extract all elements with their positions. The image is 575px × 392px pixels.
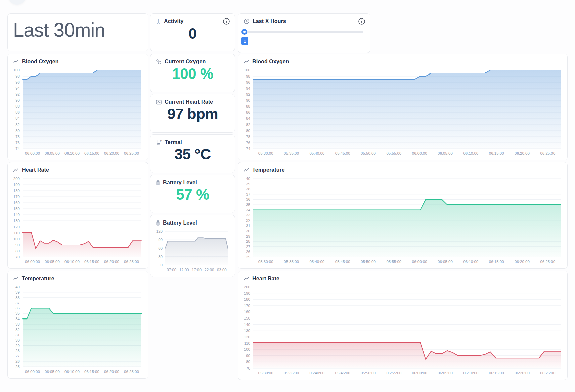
blood-oxygen-chart-30min: 1009896949290888684828078767406:00:0006:… xyxy=(11,67,145,157)
chart-area xyxy=(165,238,228,265)
y-tick-label: 92 xyxy=(246,92,250,96)
x-tick-label: 05:50:00 xyxy=(361,260,376,264)
y-tick-label: 37 xyxy=(15,301,20,305)
y-tick-label: 33 xyxy=(246,213,250,217)
x-tick-label: 06:00:00 xyxy=(25,260,40,264)
x-tick-label: 06:10:00 xyxy=(64,260,80,264)
y-tick-label: 140 xyxy=(244,323,250,327)
y-tick-label: 28 xyxy=(246,239,250,243)
heart-rate-chart-1h: 2001901801701601501401301201101009080700… xyxy=(241,284,564,377)
x-tick-label: 06:20:00 xyxy=(104,370,119,374)
y-tick-label: 140 xyxy=(13,213,20,217)
y-tick-label: 37 xyxy=(246,192,250,196)
x-tick-label: 06:05:00 xyxy=(45,260,60,264)
slider-handle[interactable] xyxy=(241,29,247,35)
floating-button-partial[interactable] xyxy=(8,0,26,5)
y-tick-label: 98 xyxy=(15,74,20,78)
time-range-title-card: Last 30min xyxy=(7,13,148,51)
y-tick-label: 100 xyxy=(244,68,250,72)
y-tick-label: 94 xyxy=(15,86,20,90)
temperature-chart-1h: 4039383736353433323130292827262505:30:00… xyxy=(241,176,564,266)
y-tick-label: 40 xyxy=(15,285,20,289)
y-tick-label: 120 xyxy=(13,225,20,229)
x-tick-label: 06:20:00 xyxy=(104,260,119,264)
y-tick-label: 170 xyxy=(13,195,20,199)
y-tick-label: 94 xyxy=(246,86,250,90)
x-tick-label: 06:15:00 xyxy=(489,371,504,375)
y-tick-label: 120 xyxy=(244,335,250,339)
x-tick-label: 06:00:00 xyxy=(412,151,427,155)
y-tick-label: 76 xyxy=(15,141,20,145)
temperature-chart-30min: 4039383736353433323130292827262506:00:00… xyxy=(11,284,145,376)
y-tick-label: 150 xyxy=(13,207,20,211)
stat-header: Battery Level xyxy=(150,175,235,187)
chart-area xyxy=(253,70,561,149)
trend-icon xyxy=(244,167,249,173)
x-tick-label: 22:00 xyxy=(205,268,214,272)
battery-icon xyxy=(156,220,160,226)
y-tick-label: 32 xyxy=(15,328,20,332)
x-tick-label: 06:15:00 xyxy=(489,260,504,264)
temperature-30min-card: Temperature 4039383736353433323130292827… xyxy=(7,271,148,379)
x-tick-label: 06:10:00 xyxy=(64,151,80,155)
temperature-1h-card: Temperature 4039383736353433323130292827… xyxy=(238,162,568,269)
chart-title: Battery Level xyxy=(163,220,197,226)
y-tick-label: 82 xyxy=(246,122,250,127)
y-tick-label: 150 xyxy=(244,316,250,320)
x-tick-label: 06:10:00 xyxy=(463,371,478,375)
y-tick-label: 74 xyxy=(246,147,250,151)
y-tick-label: 96 xyxy=(15,80,20,84)
info-icon[interactable] xyxy=(223,18,230,25)
x-tick-label: 06:20:00 xyxy=(104,151,119,155)
x-tick-label: 06:25:00 xyxy=(124,260,139,264)
x-tick-label: 05:35:00 xyxy=(284,151,299,155)
y-tick-label: 190 xyxy=(244,291,250,295)
activity-label: Activity xyxy=(164,18,184,24)
y-tick-label: 120 xyxy=(156,229,163,233)
y-tick-label: 26 xyxy=(246,250,250,254)
molecule-icon xyxy=(156,59,162,65)
y-tick-label: 90 xyxy=(246,98,250,102)
chart-title: Temperature xyxy=(22,276,54,282)
chart-area xyxy=(253,199,561,257)
thermometer-icon: A xyxy=(156,140,162,145)
stat-header: Current Oxygen xyxy=(150,54,235,66)
trend-icon xyxy=(13,276,19,282)
y-tick-label: 170 xyxy=(244,304,250,308)
y-tick-label: 90 xyxy=(15,243,20,247)
y-tick-label: 88 xyxy=(15,104,20,108)
y-tick-label: 130 xyxy=(244,329,250,333)
y-tick-label: 84 xyxy=(246,116,250,120)
y-tick-label: 180 xyxy=(244,297,250,301)
info-icon[interactable] xyxy=(358,18,365,25)
hours-slider[interactable]: 1 xyxy=(238,27,370,53)
y-tick-label: 25 xyxy=(15,365,20,369)
y-tick-label: 160 xyxy=(13,201,20,205)
heart-rate-30min-card: Heart Rate 20019018017016015014013012011… xyxy=(7,162,148,269)
trend-icon xyxy=(13,59,19,65)
trend-icon xyxy=(244,276,249,282)
x-tick-label: 06:15:00 xyxy=(84,151,99,155)
trend-icon xyxy=(13,167,19,173)
y-tick-label: 96 xyxy=(246,80,250,84)
y-tick-label: 84 xyxy=(15,116,20,120)
current-heart-rate-card: Current Heart Rate 97 bpm xyxy=(150,94,235,133)
battery-level-value: 57 % xyxy=(150,186,235,203)
y-tick-label: 86 xyxy=(246,110,250,114)
x-tick-label: 05:55:00 xyxy=(386,151,401,155)
x-tick-label: 05:55:00 xyxy=(386,260,401,264)
battery-history-chart: 120906030007:0012:0017:0022:0003:00 xyxy=(154,229,231,274)
x-tick-label: 06:10:00 xyxy=(463,260,478,264)
y-tick-label: 88 xyxy=(246,104,250,108)
x-tick-label: 05:45:00 xyxy=(335,151,350,155)
y-tick-label: 25 xyxy=(246,255,250,259)
y-tick-label: 80 xyxy=(246,360,250,364)
slider-track[interactable] xyxy=(244,31,363,33)
stat-header: A Termal xyxy=(150,135,235,147)
chart-area xyxy=(23,308,141,367)
x-tick-label: 06:05:00 xyxy=(45,151,60,155)
y-tick-label: 26 xyxy=(15,359,20,363)
last-x-hours-header: Last X Hours xyxy=(238,14,370,26)
y-tick-label: 100 xyxy=(13,237,20,241)
x-tick-label: 17:00 xyxy=(192,268,202,272)
